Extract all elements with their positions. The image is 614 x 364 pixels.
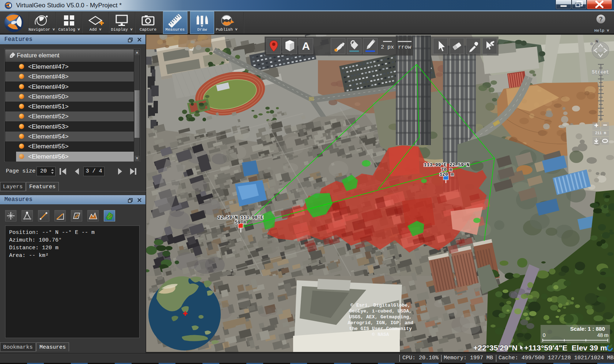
svg-text:?: ?: [599, 16, 603, 23]
svg-text:N: N: [596, 39, 598, 43]
